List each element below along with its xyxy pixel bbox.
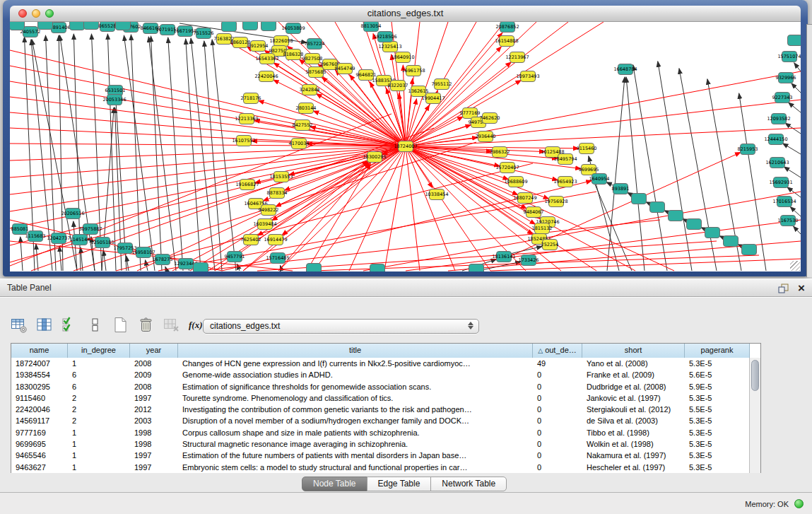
table-row[interactable]: 1830029562008Estimation of significance … xyxy=(11,381,750,392)
network-node[interactable] xyxy=(687,219,702,230)
network-node[interactable]: 7625402 xyxy=(241,235,261,245)
network-node[interactable]: 8322037 xyxy=(388,81,408,91)
table-cell-name[interactable]: 22420046 xyxy=(11,404,68,415)
network-node[interactable]: 7462620 xyxy=(480,113,500,124)
network-node[interactable]: 7986322 xyxy=(490,147,510,158)
network-node[interactable]: 9227343 xyxy=(772,93,793,103)
table-cell-title[interactable]: Investigating the contribution of common… xyxy=(178,404,533,415)
table-cell-year[interactable]: 1997 xyxy=(130,450,178,461)
network-node[interactable]: 1815132 xyxy=(532,223,553,234)
network-node[interactable]: 15751074 xyxy=(777,52,801,62)
table-cell-title[interactable]: Embryonic stem cells: a model to study s… xyxy=(178,462,533,473)
table-cell-year[interactable]: 2009 xyxy=(130,369,178,380)
table-cell-year[interactable]: 2003 xyxy=(130,415,178,426)
column-header-short[interactable]: short xyxy=(582,344,685,358)
network-node[interactable]: 1640954 xyxy=(589,174,610,185)
table-cell-in_degree[interactable]: 1 xyxy=(68,450,130,461)
column-visibility-icon[interactable] xyxy=(35,315,54,334)
network-node[interactable]: 15692931 xyxy=(769,177,792,188)
memory-status-indicator[interactable] xyxy=(794,499,804,508)
network-node[interactable] xyxy=(632,194,647,204)
table-cell-short[interactable]: Nakamura et al. (1997) xyxy=(582,450,685,461)
table-cell-name[interactable]: 19384554 xyxy=(11,369,68,380)
table-cell-short[interactable]: Tibbo et al. (1998) xyxy=(582,427,685,438)
table-row[interactable]: 977716911998Corpus callosum shape and si… xyxy=(11,427,750,438)
table-cell-year[interactable]: 1998 xyxy=(130,438,178,450)
network-node[interactable]: 10338454 xyxy=(425,189,448,200)
tab-network-table[interactable]: Network Table xyxy=(430,477,507,491)
network-node[interactable]: 20876852 xyxy=(495,22,519,33)
table-cell-year[interactable]: 1998 xyxy=(130,427,178,438)
table-cell-pagerank[interactable]: 5.9E-5 xyxy=(685,381,750,392)
network-node[interactable]: 16053809 xyxy=(281,23,305,34)
table-scrollbar[interactable] xyxy=(749,358,760,473)
float-panel-icon[interactable] xyxy=(777,283,789,294)
table-cell-pagerank[interactable]: 5.5E-5 xyxy=(685,404,750,415)
scrollbar-thumb[interactable] xyxy=(751,360,759,391)
table-cell-short[interactable]: Yano et al. (2008) xyxy=(582,358,685,369)
network-node[interactable]: 16210643 xyxy=(765,158,789,168)
network-node[interactable]: 18640910 xyxy=(391,52,414,63)
table-cell-short[interactable]: Stergiakouli et al. (2012) xyxy=(582,404,685,415)
network-canvas[interactable]: 1872400718300295716382288601288912954182… xyxy=(10,22,801,271)
table-cell-title[interactable]: Disruption of a novel member of a sodium… xyxy=(178,415,533,426)
column-header-pagerank[interactable]: pagerank xyxy=(685,344,750,358)
table-cell-title[interactable]: Tourette syndrome. Phenomenology and cla… xyxy=(178,392,533,404)
network-node[interactable] xyxy=(261,22,276,31)
column-header-title[interactable]: title xyxy=(178,344,533,358)
network-node[interactable] xyxy=(742,245,757,255)
table-cell-name[interactable]: 9463627 xyxy=(11,462,68,473)
table-cell-in_degree[interactable]: 2 xyxy=(68,404,130,415)
column-header-in_degree[interactable]: in_degree xyxy=(68,344,130,358)
network-node[interactable] xyxy=(10,22,25,30)
network-node[interactable]: 15720407 xyxy=(495,163,519,173)
table-cell-pagerank[interactable]: 5.6E-5 xyxy=(685,369,750,380)
network-node[interactable]: 8878334 xyxy=(267,188,288,199)
close-panel-icon[interactable]: × xyxy=(798,283,805,294)
network-node[interactable]: 16039484 xyxy=(253,219,276,230)
network-node[interactable] xyxy=(116,22,131,30)
network-node[interactable]: 18136141 xyxy=(492,252,515,262)
network-node[interactable] xyxy=(38,22,53,30)
network-node[interactable]: 8813054 xyxy=(361,22,382,32)
network-node[interactable] xyxy=(788,35,801,46)
network-node[interactable]: 9115460 xyxy=(577,144,597,154)
table-cell-out_degree[interactable]: 0 xyxy=(533,392,582,404)
network-node[interactable]: 4170034 xyxy=(289,139,310,149)
table-cell-short[interactable]: Wolkin et al. (1998) xyxy=(582,438,685,450)
network-node[interactable]: 8454749 xyxy=(335,64,355,74)
table-cell-year[interactable]: 1997 xyxy=(130,462,178,473)
network-node[interactable]: 8912954 xyxy=(248,41,269,52)
network-node[interactable]: 1733426 xyxy=(519,255,539,266)
table-cell-title[interactable]: Genome-wide association studies in ADHD. xyxy=(178,369,533,380)
network-node[interactable] xyxy=(669,211,683,221)
table-settings-icon[interactable] xyxy=(9,315,28,334)
network-node[interactable]: 20053346 xyxy=(102,95,126,105)
network-node[interactable]: 8186328 xyxy=(283,49,304,60)
network-node[interactable]: 2936440 xyxy=(476,132,496,142)
table-cell-title[interactable]: Changes of HCN gene expression and I(f) … xyxy=(178,358,533,369)
network-node[interactable] xyxy=(650,202,665,213)
table-cell-name[interactable]: 9465546 xyxy=(11,450,68,461)
table-cell-pagerank[interactable]: 5.3E-5 xyxy=(685,392,750,404)
table-cell-pagerank[interactable]: 5.3E-5 xyxy=(685,450,750,461)
network-node[interactable]: 12444150 xyxy=(764,134,787,145)
network-node[interactable]: 7857224 xyxy=(305,39,325,49)
table-cell-out_degree[interactable]: 0 xyxy=(533,404,582,415)
table-cell-name[interactable]: 18724007 xyxy=(11,358,68,369)
network-node[interactable] xyxy=(243,22,258,30)
network-node[interactable]: 16648784 xyxy=(613,64,637,75)
network-node[interactable] xyxy=(70,22,85,30)
network-node[interactable]: 12213369 xyxy=(235,114,258,124)
network-node[interactable]: 5875685 xyxy=(306,67,326,78)
network-node[interactable]: 10973493 xyxy=(516,71,539,82)
table-cell-title[interactable]: Estimation of significance thresholds fo… xyxy=(178,381,533,392)
network-node[interactable]: 1678275 xyxy=(153,255,173,265)
network-node[interactable]: 3242844 xyxy=(300,85,320,95)
table-cell-out_degree[interactable]: 0 xyxy=(533,415,582,426)
table-row[interactable]: 946554611997Estimation of the future num… xyxy=(11,450,750,461)
network-node[interactable]: 7955112 xyxy=(432,79,452,90)
table-cell-name[interactable]: 9699695 xyxy=(11,438,68,450)
table-cell-title[interactable]: Estimation of the future numbers of pati… xyxy=(178,450,533,461)
network-node[interactable]: 8215953 xyxy=(738,144,758,155)
